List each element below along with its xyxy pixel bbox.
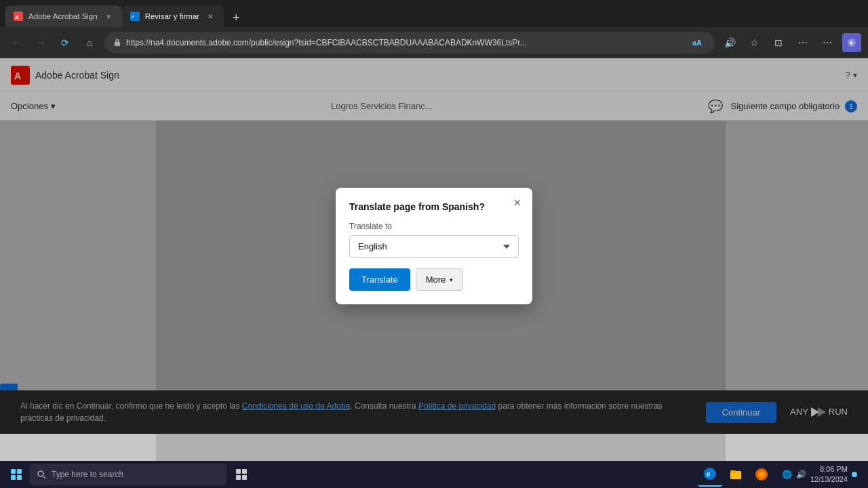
dialog-translate-to-label: Translate to — [349, 222, 519, 231]
svg-rect-21 — [730, 470, 736, 473]
svg-line-13 — [43, 476, 46, 479]
task-view-button[interactable] — [229, 462, 254, 487]
taskbar-apps: e — [698, 462, 774, 487]
tab-favicon-acrobat: A — [14, 12, 23, 21]
back-button[interactable]: ← — [7, 33, 26, 52]
dialog-actions: Translate More ▾ — [349, 268, 519, 291]
language-select[interactable]: English Spanish French German Chinese Ja… — [349, 235, 519, 258]
svg-text:e: e — [132, 14, 134, 19]
svg-rect-15 — [242, 469, 247, 474]
tab-label-revisar: Revisar y firmar — [145, 12, 200, 20]
page-content: A Adobe Acrobat Sign ? ▾ Opciones ▾ Logr… — [0, 58, 868, 461]
forward-button[interactable]: → — [31, 33, 50, 52]
svg-rect-16 — [236, 475, 241, 480]
firefox-icon — [755, 468, 768, 481]
file-explorer-taskbar-app[interactable] — [724, 462, 748, 487]
taskbar-search[interactable]: Type here to search — [30, 464, 226, 485]
tab-favicon-revisar: e — [130, 12, 140, 21]
tab-close-revisar[interactable]: ✕ — [205, 11, 216, 22]
dialog-title: Translate page from Spanish? — [349, 201, 519, 212]
tray-time: 8:06 PM 12/13/2024 — [810, 464, 848, 485]
favorites-btn[interactable]: ⋯ — [793, 33, 812, 52]
windows-logo-icon — [11, 469, 22, 480]
tray-time-text: 8:06 PM — [810, 464, 848, 474]
tab-close-acrobat[interactable]: ✕ — [103, 11, 114, 22]
svg-text:✦: ✦ — [848, 39, 854, 47]
translate-dialog: Translate page from Spanish? ✕ Translate… — [336, 188, 532, 304]
tab-acrobat[interactable]: A Adobe Acrobat Sign ✕ — [5, 5, 122, 27]
browser-window: A Adobe Acrobat Sign ✕ e Revisar y firma… — [0, 0, 868, 488]
file-explorer-icon — [729, 468, 743, 481]
notification-icon[interactable] — [852, 472, 857, 477]
taskbar-search-text: Type here to search — [52, 470, 123, 479]
svg-rect-17 — [242, 475, 247, 480]
address-text: https://na4.documents.adobe.com/public/e… — [126, 38, 686, 47]
edge-icon: e — [703, 467, 717, 481]
svg-point-12 — [38, 471, 43, 476]
modal-overlay: Translate page from Spanish? ✕ Translate… — [0, 58, 868, 434]
split-screen-btn[interactable]: ⊡ — [769, 33, 788, 52]
browser-menu-btn[interactable]: ⋯ — [818, 33, 837, 52]
system-tray: 🌐 🔊 8:06 PM 12/13/2024 — [776, 464, 863, 485]
tab-bar: A Adobe Acrobat Sign ✕ e Revisar y firma… — [0, 0, 868, 27]
edge-taskbar-app[interactable]: e — [698, 462, 722, 487]
translate-icon-btn[interactable]: aA — [690, 35, 707, 51]
taskbar: Type here to search e — [0, 461, 868, 488]
read-aloud-btn[interactable]: 🔊 — [720, 33, 739, 52]
translate-button[interactable]: Translate — [349, 268, 410, 291]
add-to-favorites-btn[interactable]: ☆ — [745, 33, 764, 52]
tray-date-text: 12/13/2024 — [810, 474, 848, 485]
search-icon — [37, 470, 46, 479]
svg-text:A: A — [15, 14, 19, 20]
tray-sound-icon: 🔊 — [796, 470, 806, 479]
tab-label-acrobat: Adobe Acrobat Sign — [28, 12, 98, 20]
svg-text:e: e — [707, 470, 711, 478]
tray-network-icon: 🌐 — [782, 470, 792, 479]
tab-revisar[interactable]: e Revisar y firmar ✕ — [122, 5, 224, 27]
firefox-taskbar-app[interactable] — [749, 462, 774, 487]
home-button[interactable]: ⌂ — [80, 33, 99, 52]
start-button[interactable] — [5, 464, 27, 485]
svg-text:aA: aA — [692, 39, 702, 47]
address-input-wrap[interactable]: https://na4.documents.adobe.com/public/e… — [104, 32, 715, 54]
address-bar: ← → ⟳ ⌂ https://na4.documents.adobe.com/… — [0, 27, 868, 58]
more-chevron-icon: ▾ — [450, 277, 453, 283]
task-view-icon — [236, 469, 247, 480]
svg-rect-4 — [115, 42, 120, 46]
refresh-button[interactable]: ⟳ — [56, 33, 75, 52]
svg-point-23 — [758, 471, 765, 478]
copilot-btn[interactable]: ✦ — [842, 33, 861, 52]
new-tab-button[interactable]: + — [226, 8, 245, 27]
dialog-close-button[interactable]: ✕ — [511, 196, 524, 209]
svg-rect-14 — [236, 469, 241, 474]
more-button[interactable]: More ▾ — [416, 268, 464, 291]
lock-icon — [113, 38, 122, 47]
